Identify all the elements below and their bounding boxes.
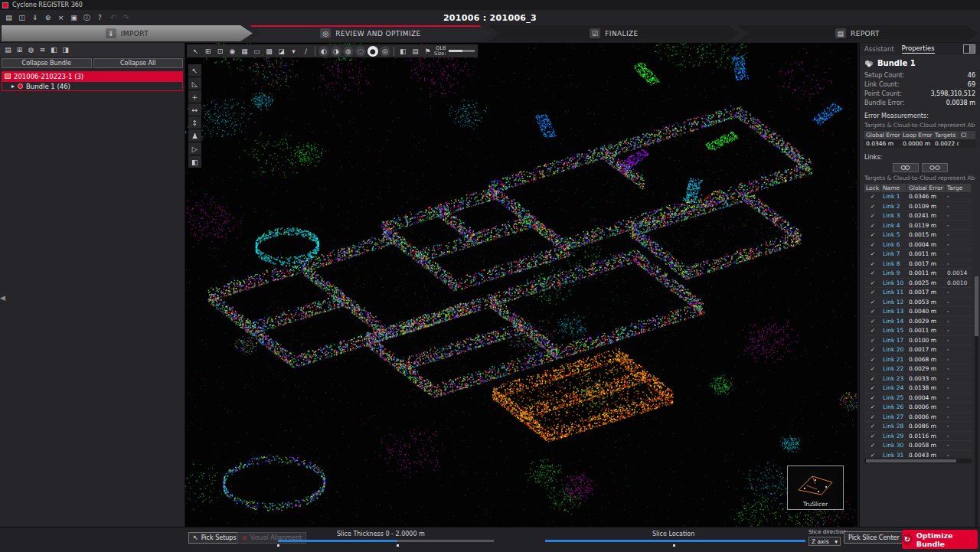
table-row[interactable]: ✓Link 80.0017 m- <box>864 260 972 269</box>
slice-location-handle[interactable] <box>672 544 676 547</box>
links-view-icon[interactable]: ⊞ <box>14 44 25 56</box>
tab-review-and-optimize[interactable]: ◎ REVIEW AND OPTIMIZE <box>250 25 492 41</box>
info-icon[interactable]: ⓘ <box>81 12 93 24</box>
link-name[interactable]: Link 12 <box>881 299 907 305</box>
slice-thickness-slider[interactable] <box>278 540 494 542</box>
tab-report[interactable]: ▤ REPORT <box>737 25 978 41</box>
snapshot-icon[interactable]: ▦ <box>239 45 250 57</box>
tree-item-project[interactable]: 201006-210223-1 (3) <box>2 71 183 81</box>
link-name[interactable]: Link 29 <box>881 433 907 439</box>
delete-icon[interactable]: × <box>55 12 67 24</box>
multi-pick-tool-icon[interactable]: ⊞ <box>202 45 214 57</box>
lock-check-icon[interactable]: ✓ <box>864 365 881 372</box>
link-name[interactable]: Link 30 <box>881 442 907 449</box>
link-name[interactable]: Link 9 <box>881 269 907 276</box>
table-row[interactable]: ✓Link 200.0017 m- <box>864 345 972 355</box>
target-view-icon[interactable]: ◍ <box>343 46 354 57</box>
link-name[interactable]: Link 27 <box>881 413 907 420</box>
eraser-tool-icon[interactable]: ◪ <box>276 45 287 57</box>
qlb-size-slider[interactable] <box>449 50 475 52</box>
table-view-icon[interactable]: ▤ <box>410 45 421 57</box>
fence-select-tool-icon[interactable]: ◺ <box>188 77 201 90</box>
measure-vertical-tool-icon[interactable]: ↕ <box>188 116 201 129</box>
pick-tool-icon[interactable]: ↖ <box>190 45 201 57</box>
filter-settings-icon[interactable]: ≡ <box>37 44 48 56</box>
table-row[interactable]: ✓Link 50.0015 m- <box>864 230 972 240</box>
expand-caret-icon[interactable]: ▸ <box>11 83 15 90</box>
setup-positions-icon[interactable]: ● <box>368 46 378 57</box>
lock-check-icon[interactable]: ✓ <box>864 452 881 457</box>
tab-assistant[interactable]: Assistant <box>864 45 894 53</box>
fly-mode-tool-icon[interactable]: ▷ <box>188 142 201 155</box>
link-name[interactable]: Link 15 <box>881 327 907 334</box>
truslicer-panel[interactable]: TruSlicer <box>787 465 844 510</box>
open-project-icon[interactable]: ▤ <box>3 12 15 24</box>
lock-check-icon[interactable]: ✓ <box>864 384 881 391</box>
table-row[interactable]: ✓Link 30.0241 m- <box>864 211 972 221</box>
pick-setups-button[interactable]: ↖ Pick Setups <box>188 532 241 544</box>
labels-view-icon[interactable]: ◎ <box>380 46 390 57</box>
lock-check-icon[interactable]: ✓ <box>864 413 881 420</box>
table-row[interactable]: ✓Link 40.0119 m- <box>864 221 972 231</box>
slice-thickness-max-handle[interactable] <box>396 544 400 547</box>
table-row[interactable]: ✓Link 270.0006 m- <box>864 413 972 423</box>
lock-check-icon[interactable]: ✓ <box>864 231 881 238</box>
table-row[interactable]: ✓Link 220.0029 m- <box>864 364 972 374</box>
lock-check-icon[interactable]: ✓ <box>864 394 881 401</box>
map-view-icon[interactable]: ◍ <box>25 44 37 56</box>
lock-check-icon[interactable]: ✓ <box>864 260 881 267</box>
flag-marker-icon[interactable]: ⚑ <box>422 45 433 57</box>
site-list-icon[interactable]: ▤ <box>2 44 14 56</box>
table-row[interactable]: ✓Link 290.0116 m- <box>864 432 972 442</box>
link-name[interactable]: Link 14 <box>881 318 907 325</box>
lock-check-icon[interactable]: ✓ <box>864 289 881 296</box>
table-row[interactable]: ✓Link 10.0346 m- <box>864 192 972 202</box>
save-icon[interactable]: ◫ <box>16 12 28 24</box>
lock-check-icon[interactable]: ✓ <box>864 193 881 200</box>
lock-check-icon[interactable]: ✓ <box>864 299 881 305</box>
table-row[interactable]: ✓Link 250.0004 m- <box>864 394 972 403</box>
lock-check-icon[interactable]: ✓ <box>864 423 881 430</box>
grid-view-icon[interactable]: ▩ <box>263 45 275 57</box>
collapse-bundle-button[interactable]: Collapse Bundle <box>2 58 92 68</box>
slice-location-slider[interactable] <box>545 540 805 542</box>
settings-gear-icon[interactable]: ⊛ <box>42 12 54 24</box>
slash-tool-icon[interactable]: ∕ <box>300 45 312 57</box>
table-row[interactable]: ✓Link 170.0100 m- <box>864 336 972 346</box>
table-row[interactable]: ✓Link 230.0033 m- <box>864 374 972 384</box>
import-data-icon[interactable]: ⇓ <box>29 12 41 24</box>
eraser-dropdown-icon[interactable]: ▾ <box>288 45 299 57</box>
table-row[interactable]: ✓Link 110.0017 m- <box>864 288 972 298</box>
table-row[interactable]: ✓Link 280.0086 m- <box>864 422 972 432</box>
pan-tool-icon[interactable]: + <box>188 90 201 103</box>
lock-check-icon[interactable]: ✓ <box>864 403 881 410</box>
lock-check-icon[interactable]: ✓ <box>864 241 881 248</box>
links-horizontal-scrollbar[interactable] <box>864 459 972 463</box>
link-name[interactable]: Link 1 <box>881 193 907 200</box>
link-name[interactable]: Link 31 <box>881 452 907 457</box>
tab-finalize[interactable]: ☑ FINALIZE <box>488 25 740 41</box>
undo-icon[interactable]: ↶ <box>107 12 119 24</box>
optimize-bundle-button[interactable]: ↻ Optimize Bundle <box>902 530 978 549</box>
table-row[interactable]: ✓Link 20.0109 m- <box>864 202 972 212</box>
link-name[interactable]: Link 2 <box>881 203 907 210</box>
link-name[interactable]: Link 6 <box>881 241 907 248</box>
link-name[interactable]: Link 24 <box>881 384 907 391</box>
collapse-all-button[interactable]: Collapse All <box>93 58 184 68</box>
lock-check-icon[interactable]: ✓ <box>864 269 881 276</box>
color-view-icon[interactable]: ◑ <box>331 46 341 57</box>
copy-icon[interactable]: ▣ <box>68 12 80 24</box>
tab-properties[interactable]: Properties <box>902 44 935 54</box>
table-row[interactable]: ✓Link 90.0011 m0.0014 <box>864 269 972 279</box>
lock-check-icon[interactable]: ✓ <box>864 356 881 363</box>
greyscale-view-icon[interactable]: ◐ <box>318 46 329 57</box>
measure-horizontal-tool-icon[interactable]: ↔ <box>188 103 201 116</box>
table-row[interactable]: ✓Link 140.0029 m- <box>864 317 972 327</box>
link-name[interactable]: Link 25 <box>881 394 907 401</box>
lock-check-icon[interactable]: ✓ <box>864 308 881 315</box>
unlock-all-links-button[interactable] <box>922 163 948 172</box>
link-name[interactable]: Link 8 <box>881 260 907 267</box>
camera-icon[interactable]: ◉ <box>227 45 238 57</box>
table-row[interactable]: ✓Link 210.0068 m- <box>864 355 972 365</box>
qlb-size-control[interactable]: QLB Size: <box>434 46 475 57</box>
